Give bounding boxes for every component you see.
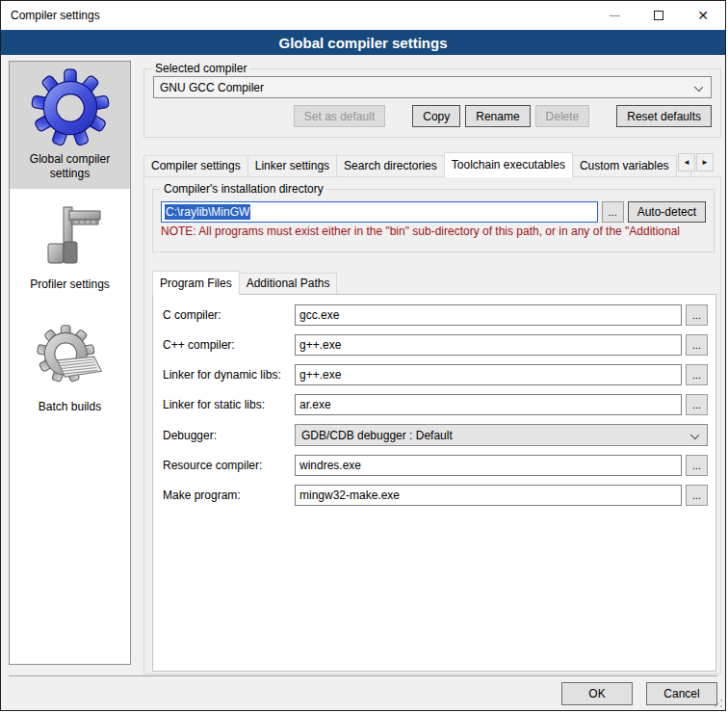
- make-program-input[interactable]: [295, 485, 682, 506]
- settings-tabstrip: Compiler settings Linker settings Search…: [143, 151, 721, 176]
- dynamic-linker-input[interactable]: [295, 364, 682, 385]
- debugger-select-value: GDB/CDB debugger : Default: [301, 429, 453, 442]
- toolchain-subtabs: Program Files Additional Paths: [152, 270, 715, 294]
- sidebar-item-profiler-settings[interactable]: Profiler settings: [10, 195, 130, 300]
- field-label: Linker for static libs:: [163, 398, 295, 411]
- ok-button[interactable]: OK: [561, 682, 633, 705]
- caliper-icon: [35, 201, 106, 273]
- compiler-select-value: GNU GCC Compiler: [160, 81, 264, 94]
- delete-button[interactable]: Delete: [535, 105, 590, 127]
- compiler-button-row: Set as default Copy Rename Delete Reset …: [144, 105, 712, 127]
- field-row-cpp-compiler: C++ compiler: ...: [163, 334, 708, 356]
- tab-toolchain-executables[interactable]: Toolchain executables: [444, 152, 573, 177]
- dialog-header: Global compiler settings: [1, 30, 725, 55]
- resource-compiler-browse-button[interactable]: ...: [686, 455, 708, 476]
- field-row-debugger: Debugger: GDB/CDB debugger : Default: [163, 424, 708, 446]
- c-compiler-browse-button[interactable]: ...: [686, 304, 708, 326]
- chevron-down-icon: [694, 83, 703, 92]
- subtab-additional-paths[interactable]: Additional Paths: [239, 273, 338, 294]
- tab-linker-settings[interactable]: Linker settings: [247, 155, 337, 176]
- minimize-icon: [610, 15, 620, 16]
- close-button[interactable]: ✕: [681, 1, 725, 30]
- footer-button-row: OK Cancel: [561, 682, 717, 705]
- tab-scroll-arrows: ◄ ►: [678, 153, 714, 172]
- field-row-resource-compiler: Resource compiler: ...: [163, 455, 708, 476]
- static-linker-browse-button[interactable]: ...: [686, 394, 708, 415]
- sidebar-item-label: Global compiler settings: [12, 152, 128, 181]
- compiler-settings-dialog: Compiler settings ✕ Global compiler sett…: [0, 0, 726, 711]
- field-label: Make program:: [163, 489, 295, 502]
- debugger-select[interactable]: GDB/CDB debugger : Default: [295, 424, 708, 446]
- chevron-down-icon: [690, 431, 699, 439]
- compiler-select[interactable]: GNU GCC Compiler: [153, 76, 712, 98]
- cpp-compiler-browse-button[interactable]: ...: [686, 334, 708, 356]
- installation-directory-legend: Compiler's installation directory: [161, 182, 326, 196]
- auto-detect-button[interactable]: Auto-detect: [628, 201, 706, 223]
- maximize-icon: [654, 11, 663, 20]
- installation-directory-group: Compiler's installation directory C:\ray…: [152, 189, 715, 252]
- install-dir-input[interactable]: C:\raylib\MinGW: [161, 201, 598, 223]
- minimize-button[interactable]: [592, 1, 637, 30]
- cancel-button[interactable]: Cancel: [646, 682, 717, 705]
- program-files-page: C compiler: ... C++ compiler: ... Linker…: [152, 294, 716, 672]
- sidebar-item-global-compiler-settings[interactable]: Global compiler settings: [10, 62, 130, 189]
- static-linker-input[interactable]: [295, 394, 682, 415]
- install-dir-selected-text: C:\raylib\MinGW: [165, 204, 250, 220]
- title-bar[interactable]: Compiler settings ✕: [1, 1, 725, 30]
- maximize-button[interactable]: [637, 1, 681, 30]
- tab-scroll-left-button[interactable]: ◄: [678, 153, 695, 172]
- field-label: C++ compiler:: [163, 338, 295, 352]
- field-row-make-program: Make program: ...: [163, 485, 708, 506]
- copy-button[interactable]: Copy: [412, 105, 460, 127]
- settings-sidebar: Global compiler settings Profile: [9, 61, 131, 665]
- main-panel: Selected compiler GNU GCC Compiler Set a…: [143, 61, 721, 674]
- make-program-browse-button[interactable]: ...: [686, 485, 708, 506]
- reset-defaults-button[interactable]: Reset defaults: [616, 105, 712, 127]
- c-compiler-input[interactable]: [295, 304, 682, 326]
- blue-gear-icon: [31, 68, 110, 147]
- tab-scroll-right-button[interactable]: ►: [696, 153, 714, 172]
- sidebar-item-label: Profiler settings: [30, 277, 110, 292]
- window-controls: ✕: [592, 1, 725, 30]
- cpp-compiler-input[interactable]: [295, 334, 682, 356]
- window-title: Compiler settings: [11, 9, 100, 22]
- subtab-program-files[interactable]: Program Files: [152, 271, 240, 295]
- selected-compiler-group: Selected compiler GNU GCC Compiler Set a…: [143, 68, 721, 138]
- install-dir-note: NOTE: All programs must exist either in …: [161, 224, 706, 238]
- sidebar-item-batch-builds[interactable]: Batch builds: [10, 315, 130, 422]
- field-label: Debugger:: [163, 429, 295, 442]
- toolchain-executables-page: Compiler's installation directory C:\ray…: [143, 176, 721, 674]
- tab-compiler-settings[interactable]: Compiler settings: [143, 155, 248, 176]
- gear-stack-icon: [34, 322, 107, 395]
- selected-compiler-legend: Selected compiler: [152, 62, 249, 75]
- field-row-static-linker: Linker for static libs: ...: [163, 394, 708, 415]
- tab-custom-variables[interactable]: Custom variables: [572, 155, 677, 176]
- rename-button[interactable]: Rename: [465, 105, 530, 127]
- dynamic-linker-browse-button[interactable]: ...: [686, 364, 708, 385]
- page-title: Global compiler settings: [278, 35, 447, 51]
- sidebar-item-label: Batch builds: [39, 400, 101, 414]
- field-row-c-compiler: C compiler: ...: [163, 304, 708, 326]
- resource-compiler-input[interactable]: [295, 455, 682, 476]
- install-dir-browse-button[interactable]: ...: [602, 201, 624, 223]
- resize-grip[interactable]: [714, 699, 723, 708]
- field-row-dynamic-linker: Linker for dynamic libs: ...: [163, 364, 708, 385]
- close-icon: ✕: [697, 9, 709, 22]
- set-as-default-button[interactable]: Set as default: [294, 105, 385, 127]
- footer-separator: [9, 675, 717, 676]
- installation-directory-row: C:\raylib\MinGW ... Auto-detect: [161, 201, 706, 223]
- field-label: Linker for dynamic libs:: [163, 368, 295, 382]
- tab-search-directories[interactable]: Search directories: [336, 155, 445, 176]
- field-label: Resource compiler:: [163, 459, 295, 472]
- field-label: C compiler:: [163, 308, 295, 322]
